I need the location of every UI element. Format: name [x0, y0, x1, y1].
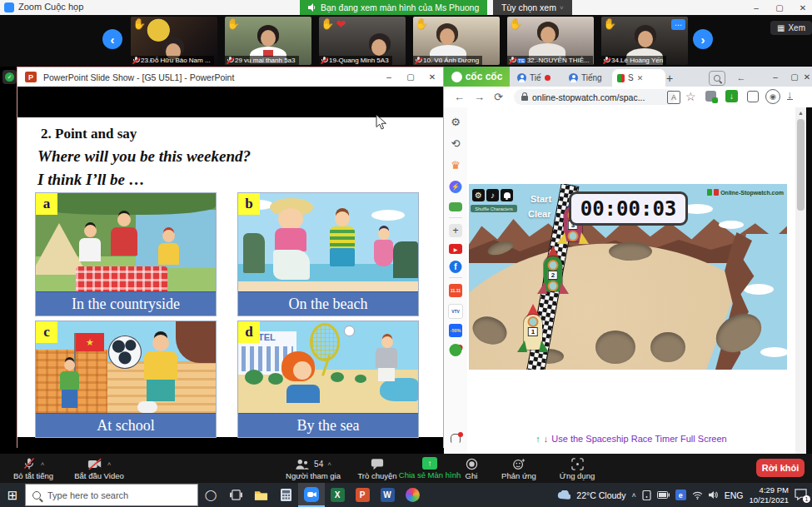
bookmark-star-icon[interactable]: ☆: [685, 90, 696, 103]
participant-video[interactable]: ✋ 23.Đỗ Hữu Bảo Nam ...: [131, 17, 217, 65]
tiki-sale-icon[interactable]: -50%: [449, 324, 462, 337]
coccoc-taskbar-icon[interactable]: [400, 483, 425, 507]
participant-video[interactable]: ✋ 29 vu mai thanh 5a3: [225, 17, 311, 65]
game-sound-icon[interactable]: [501, 189, 513, 201]
coccoc-brand-button[interactable]: cốc cốc: [444, 67, 510, 87]
fullscreen-link[interactable]: Use the Spaceship Race Timer Full Screen: [551, 434, 726, 444]
chevron-up-icon[interactable]: ˄: [327, 460, 331, 468]
youtube-icon[interactable]: ▶: [449, 244, 462, 254]
more-options-button[interactable]: ⋯: [671, 19, 685, 30]
wifi-icon[interactable]: [692, 491, 703, 500]
spaceship-race-game[interactable]: 3 2 1: [469, 184, 787, 370]
puzzle-extensions-icon[interactable]: [747, 91, 759, 102]
scrollbar-thumb[interactable]: [797, 119, 805, 211]
profile-avatar-icon[interactable]: ◉: [765, 89, 780, 104]
leave-button[interactable]: Rời khỏi: [756, 459, 805, 477]
close-button[interactable]: ✕: [421, 70, 443, 85]
crown-icon[interactable]: ♛: [451, 159, 461, 171]
close-button[interactable]: ✕: [802, 69, 812, 84]
language-indicator[interactable]: ENG: [725, 490, 744, 500]
reopen-tab-icon[interactable]: ←: [734, 70, 749, 85]
device-tray-icon[interactable]: [642, 490, 651, 500]
back-icon[interactable]: ←: [454, 91, 465, 103]
game-settings-icon[interactable]: ⚙: [472, 189, 485, 201]
taskbar-clock[interactable]: 4:29 PM 10/21/2021: [749, 485, 789, 505]
browser-tab-active[interactable]: S ✕: [612, 69, 665, 87]
battery-icon[interactable]: [657, 491, 670, 499]
participants-button[interactable]: 54 ˄ Người tham gia: [275, 457, 351, 480]
maximize-button[interactable]: ▢: [400, 70, 421, 85]
shopee-sale-icon[interactable]: 11.11: [449, 284, 462, 297]
coccoc-brand-label: cốc cốc: [466, 71, 503, 82]
hidden-icons-chevron[interactable]: ˄: [631, 491, 635, 500]
task-view-icon[interactable]: [223, 483, 248, 507]
powerpoint-title-bar[interactable]: P PowerPoint Slide Show - [G5 U5L1] - Po…: [17, 67, 443, 87]
weather-text[interactable]: 22°C Cloudy: [576, 490, 625, 500]
notifications-bell-icon[interactable]: [451, 434, 461, 443]
e-input-tray-icon[interactable]: e: [675, 490, 686, 500]
zoom-app-taskbar-icon[interactable]: [298, 483, 325, 507]
reactions-button[interactable]: Phản ứng: [493, 457, 545, 480]
participant-video[interactable]: ✋ TE 32.-NGUYỄN THIÊ...: [507, 17, 594, 65]
shield-check-icon[interactable]: ✓: [2, 70, 17, 84]
excel-icon[interactable]: X: [325, 483, 350, 507]
cortana-icon[interactable]: ◯: [198, 483, 223, 507]
start-video-button[interactable]: ˄ Bắt đầu Video: [65, 457, 133, 480]
participant-video[interactable]: ✋ 10. Vũ Ánh Dương: [413, 17, 500, 65]
file-explorer-icon[interactable]: [248, 483, 273, 507]
reload-icon[interactable]: ⟳: [494, 91, 503, 103]
speaker-icon[interactable]: [709, 490, 719, 500]
unmute-button[interactable]: ˄ Bỏ tắt tiếng: [2, 457, 65, 480]
chevron-up-icon[interactable]: ˄: [41, 460, 45, 468]
close-tab-icon[interactable]: ✕: [637, 74, 644, 82]
strip-next-button[interactable]: ›: [693, 29, 713, 49]
start-button[interactable]: Start: [531, 194, 551, 204]
view-options-button[interactable]: Tùy chọn xem ˅: [493, 0, 572, 15]
tab-search-icon[interactable]: [709, 71, 725, 86]
page-scrollbar[interactable]: ▲: [795, 107, 806, 454]
start-button[interactable]: ⊞: [0, 483, 25, 507]
translate-icon[interactable]: A: [667, 91, 680, 104]
game-app-icon[interactable]: [450, 344, 462, 356]
word-icon[interactable]: W: [375, 483, 400, 507]
gamepad-icon[interactable]: [449, 202, 462, 211]
facebook-icon[interactable]: f: [450, 261, 462, 273]
rocket-number: 1: [528, 327, 538, 336]
extension-icon[interactable]: [705, 91, 716, 102]
minimize-button[interactable]: –: [378, 70, 400, 85]
participant-video[interactable]: ✋ ❤ 19-Quang Minh 5A3: [319, 17, 406, 65]
tab-label: Tiếng: [581, 73, 602, 82]
action-center-icon[interactable]: 1: [795, 489, 809, 501]
forward-icon[interactable]: →: [474, 91, 485, 103]
apps-button[interactable]: Ứng dụng: [550, 457, 605, 480]
minimize-button[interactable]: –: [745, 0, 767, 15]
add-shortcut-icon[interactable]: +: [449, 224, 462, 237]
settings-gear-icon[interactable]: ⚙: [451, 116, 461, 128]
new-tab-button[interactable]: +: [662, 71, 677, 86]
participants-icon: [295, 458, 310, 470]
game-music-icon[interactable]: ♪: [486, 189, 499, 201]
powerpoint-taskbar-icon[interactable]: P: [350, 483, 375, 507]
chevron-up-icon[interactable]: ˄: [107, 460, 112, 468]
clear-button[interactable]: Clear: [528, 209, 551, 219]
participant-video[interactable]: ✋ ⋯ 34.Lê Hoàng Yến: [601, 17, 688, 65]
calculator-icon[interactable]: [273, 483, 298, 507]
history-icon[interactable]: ⟲: [451, 137, 461, 150]
strip-prev-button[interactable]: ‹: [102, 29, 122, 49]
download-extension-icon[interactable]: ↓: [725, 90, 738, 102]
view-button[interactable]: ▦ Xem: [770, 21, 812, 35]
record-button[interactable]: Ghi: [455, 457, 488, 480]
vtv-icon[interactable]: VTV: [448, 304, 463, 319]
taskbar-search[interactable]: Type here to search: [25, 484, 198, 506]
messenger-icon[interactable]: ⚡: [450, 181, 462, 193]
crater: [650, 332, 685, 362]
shuffle-characters-button[interactable]: Shuffle Characters: [471, 205, 517, 212]
downloads-tray-icon[interactable]: ↓: [787, 90, 793, 100]
browser-tab-1[interactable]: Tiế: [512, 69, 570, 87]
scroll-up-icon[interactable]: ▲: [795, 107, 806, 117]
divider: [449, 277, 462, 278]
slide-card-c: ★ c At school: [36, 321, 216, 437]
close-button[interactable]: ✕: [792, 0, 812, 15]
maximize-button[interactable]: ▢: [769, 0, 790, 15]
url-field[interactable]: online-stopwatch.com/spac...: [514, 89, 675, 105]
